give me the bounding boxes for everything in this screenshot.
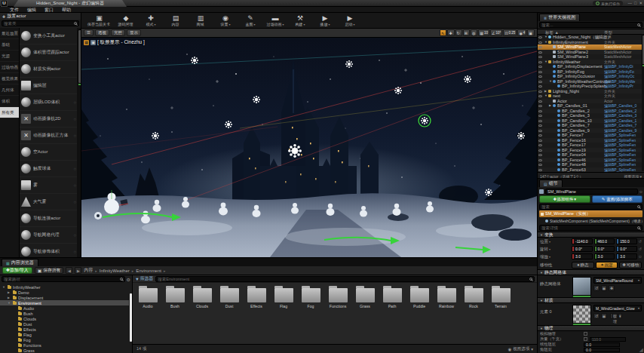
folder-item[interactable]: Puddle xyxy=(406,286,432,339)
place-actor-item[interactable]: 变换小工具actor xyxy=(20,28,77,45)
place-actor-item[interactable]: 动画摄像机2D ○ xyxy=(20,111,77,127)
folder-item[interactable]: Functions xyxy=(325,286,351,339)
visibility-eye-icon[interactable] xyxy=(538,105,542,107)
viewport-show-button[interactable]: 显示 xyxy=(127,29,141,36)
actor-type[interactable]: 编辑BP_Candles_3 xyxy=(604,113,641,118)
outliner-search-input[interactable] xyxy=(541,23,637,27)
add-icon[interactable]: ✚ xyxy=(609,285,615,291)
visibility-eye-icon[interactable] xyxy=(538,61,542,63)
visibility-eye-icon[interactable] xyxy=(538,66,542,68)
path-search-input[interactable] xyxy=(4,277,120,281)
dropdown-caret-icon[interactable]: ▾ xyxy=(282,23,284,26)
visibility-eye-icon[interactable] xyxy=(538,149,542,152)
visibility-eye-icon[interactable] xyxy=(538,144,542,146)
folder-item[interactable]: Effects xyxy=(244,286,269,339)
add-component-button[interactable]: ✚添加组件 ▾ xyxy=(539,195,590,203)
components-search[interactable] xyxy=(539,204,642,210)
gizmo-button[interactable]: ◍ xyxy=(471,29,477,36)
toolbar-button[interactable]: ✚ 模式▾ xyxy=(141,14,161,26)
folder-item[interactable]: Clouds xyxy=(189,286,215,339)
visibility-eye-icon[interactable] xyxy=(538,100,542,103)
chevron-down-icon[interactable]: ▾ xyxy=(549,247,550,251)
visibility-eye-icon[interactable] xyxy=(538,46,542,48)
place-actor-item[interactable]: 材质实例actor xyxy=(20,61,77,78)
actor-type[interactable]: 编辑BP_InfinityOc xyxy=(604,74,641,78)
visibility-eye-icon[interactable] xyxy=(538,41,542,44)
visibility-eye-icon[interactable] xyxy=(538,154,542,156)
toolbar-button[interactable]: ▥ 商城 xyxy=(191,14,210,26)
texture-dropdown[interactable]: 纹理▾ xyxy=(610,313,616,319)
actor-type[interactable]: 文件夹 xyxy=(604,60,641,64)
gizmo-button[interactable]: ▣ xyxy=(527,29,535,36)
expand-arrow-icon[interactable]: ▼ xyxy=(8,301,11,305)
gizmo-button[interactable]: ⊞ xyxy=(463,29,470,36)
toolbar-button[interactable]: ▬ 过场动画▾ xyxy=(265,14,285,26)
tab-content-browser[interactable]: ▦ 内容浏览器 xyxy=(2,259,38,266)
z-value-field[interactable]: 3.0 xyxy=(616,253,637,259)
tab-world-outliner[interactable]: ≣ 世界大纲视图 xyxy=(539,14,580,21)
gizmo-button[interactable]: ⊡ 0.25 xyxy=(503,29,517,36)
actor-type[interactable]: 文件夹 xyxy=(604,40,641,45)
visibility-eye-icon[interactable] xyxy=(538,159,542,161)
visibility-eye-icon[interactable] xyxy=(538,140,542,142)
dropdown-caret-icon[interactable]: ▾ xyxy=(303,23,305,26)
actor-type[interactable]: 编辑BP_SplineFen xyxy=(604,143,641,147)
place-actors-category[interactable]: 基础 xyxy=(0,39,19,51)
gizmo-button[interactable]: ↖ xyxy=(440,29,446,36)
folder-item[interactable]: Terrain xyxy=(488,286,514,339)
menu-item[interactable]: 窗口 xyxy=(41,7,57,13)
visibility-eye-icon[interactable] xyxy=(538,130,542,132)
help-icon[interactable]: ○ xyxy=(73,200,76,204)
gear-icon[interactable]: ⚙ xyxy=(127,277,130,282)
browse-icon[interactable]: ◉ xyxy=(601,285,607,291)
gizmo-button[interactable]: ◉ 4 xyxy=(517,29,526,36)
reset-icon[interactable]: ⊙ xyxy=(639,254,642,259)
folder-item[interactable]: Audio xyxy=(135,286,161,339)
actor-type[interactable]: 编辑BP_Candles_7 xyxy=(604,123,641,127)
expand-arrow-icon[interactable]: ▶ xyxy=(8,290,11,295)
tree-scrollbar[interactable] xyxy=(130,293,132,342)
asset-search[interactable] xyxy=(155,276,535,282)
visibility-eye-icon[interactable] xyxy=(538,85,542,87)
actor-type[interactable]: StaticMeshActor xyxy=(604,50,641,54)
visibility-eye-icon[interactable] xyxy=(538,120,542,122)
components-search-input[interactable] xyxy=(541,204,637,209)
gizmo-button[interactable]: ▦ 10 xyxy=(478,29,489,36)
reset-icon[interactable]: ↺ xyxy=(639,247,642,251)
folder-tree-row[interactable]: ▶ Displacement xyxy=(0,295,129,300)
place-actor-item[interactable]: 导航修饰体积 ○ xyxy=(20,244,77,257)
folder-tree-row[interactable]: ▼ Environment xyxy=(0,300,129,305)
y-value-field[interactable]: 3.0 xyxy=(594,253,615,259)
place-actors-category[interactable]: 几何体 xyxy=(0,84,19,96)
static-mesh-thumbnail[interactable] xyxy=(572,277,591,296)
close-button[interactable]: ✕ xyxy=(639,0,642,7)
details-search-input[interactable] xyxy=(541,226,637,230)
material-thumbnail[interactable] xyxy=(572,305,591,324)
viewport-lit-button[interactable]: 光照 xyxy=(111,29,125,36)
static-mesh-dropdown[interactable]: SM_WindPlaneRound ▾ xyxy=(593,277,642,284)
visibility-eye-icon[interactable] xyxy=(538,164,542,166)
save-all-button[interactable]: ▣ 保存所有 xyxy=(35,267,64,274)
folder-item[interactable]: Grass xyxy=(352,286,378,339)
path-search[interactable] xyxy=(2,276,125,282)
reset-icon[interactable]: ↺ xyxy=(639,239,642,244)
x-value-field[interactable]: 0.0° xyxy=(572,246,593,252)
actor-type[interactable]: Actor xyxy=(604,99,641,103)
folder-tree-row[interactable]: Clouds xyxy=(0,316,129,321)
actor-type[interactable]: 编辑BP_SplineFen xyxy=(604,162,641,167)
toolbar-button[interactable]: ◆ 源码管理 xyxy=(116,14,136,26)
help-icon[interactable]: ○ xyxy=(73,100,76,105)
actor-type[interactable]: 编辑BP_SplineFen xyxy=(604,158,641,162)
folder-item[interactable]: Flag xyxy=(271,286,296,339)
toolbar-button[interactable]: ▶ 启动▾ xyxy=(340,14,360,26)
visibility-eye-icon[interactable] xyxy=(538,110,542,112)
checkbox[interactable] xyxy=(584,337,587,341)
expand-arrow-icon[interactable]: ▼ xyxy=(2,285,6,290)
add-import-button[interactable]: ✚添加/导入 xyxy=(2,267,32,274)
actor-type[interactable]: StaticMeshActor xyxy=(604,54,641,59)
place-actor-item[interactable]: 编辑层 xyxy=(20,78,77,94)
forward-button[interactable]: ▶ xyxy=(75,267,81,274)
mobility-static-button[interactable]: ●静态 xyxy=(572,262,594,269)
place-actor-item[interactable]: 层级LOD体积 ○ xyxy=(20,94,77,111)
place-actor-item[interactable]: 体积管理跟踪actor xyxy=(20,45,77,61)
